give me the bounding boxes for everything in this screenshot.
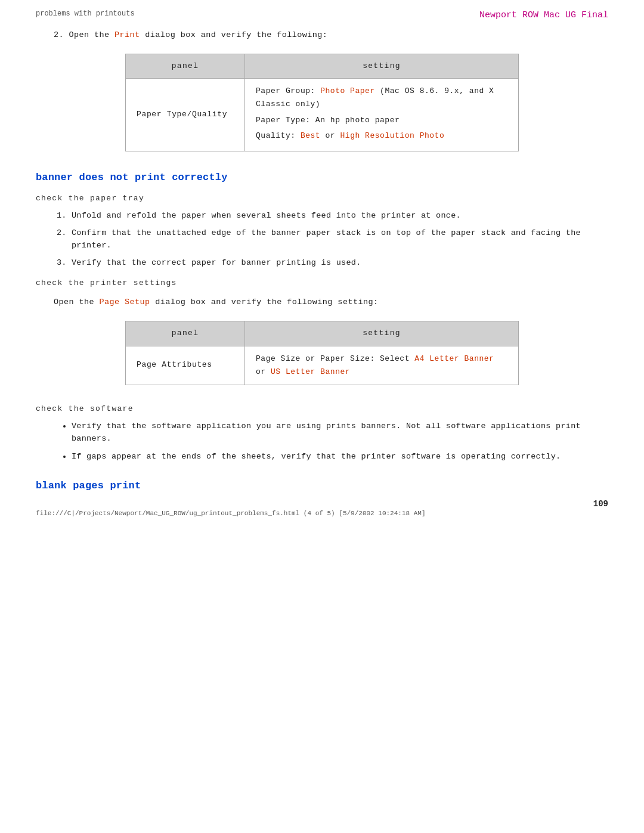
list-item: Confirm that the unattached edge of the … [72,227,608,252]
check-paper-tray-label: check the paper tray [36,193,608,205]
blank-pages-section-heading: blank pages print [36,478,608,494]
page-number: 109 [593,497,608,510]
table1-col2-header: setting [245,54,519,79]
check-software-label: check the software [36,403,608,416]
settings-table-2: panel setting Page Attributes Page Size … [125,321,519,385]
open-text-prefix: Open the [54,298,100,306]
table1-setting-content: Paper Group: Photo Paper (Mac OS 8.6. 9.… [256,85,507,142]
table2-col2-header: setting [245,321,519,346]
table2-cell-panel: Page Attributes [126,346,245,385]
open-text-suffix: dialog box and verify the following sett… [150,298,379,306]
paper-group-prefix: Paper Group: [256,86,320,95]
paper-type-text: Paper Type: An hp photo paper [256,116,400,125]
table1-col1-header: panel [126,54,245,79]
table1-header-row: panel setting [126,54,519,79]
best-link[interactable]: Best [301,131,320,140]
setting-line-2: Paper Type: An hp photo paper [256,114,507,127]
table2-row-1: Page Attributes Page Size or Paper Size:… [126,346,519,385]
a4-letter-link[interactable]: A4 Letter Banner [414,354,494,363]
print-link[interactable]: Print [114,30,140,39]
step2-suffix: dialog box and verify the following: [140,30,328,39]
quality-or: or [320,131,340,140]
table2-col1-header: panel [126,321,245,346]
settings-table-1: panel setting Paper Type/Quality Paper G… [125,54,519,151]
table1-cell-panel: Paper Type/Quality [126,79,245,151]
page-setup-instruction: Open the Page Setup dialog box and verif… [54,296,608,309]
page-size-prefix: Page Size or Paper Size: Select [256,354,414,363]
setting-line-3: Quality: Best or High Resolution Photo [256,129,507,143]
banner-section-heading: banner does not print correctly [36,169,608,185]
quality-prefix: Quality: [256,131,301,140]
page-setup-link[interactable]: Page Setup [100,298,150,306]
table1-row-1: Paper Type/Quality Paper Group: Photo Pa… [126,79,519,151]
bullet-item: If gaps appear at the ends of the sheets… [72,451,608,463]
software-bullet-list: Verify that the software application you… [72,420,608,464]
table2-setting-content: Page Size or Paper Size: Select A4 Lette… [256,352,507,379]
header-bar: problems with printouts Newport ROW Mac … [36,8,608,23]
table1-cell-setting: Paper Group: Photo Paper (Mac OS 8.6. 9.… [245,79,519,151]
list-item: Verify that the correct paper for banner… [72,257,608,270]
photo-paper-link[interactable]: Photo Paper [320,86,375,95]
footer-path: file:///C|/Projects/Newport/Mac_UG_ROW/u… [36,509,426,519]
step2-text: 2. Open the Print dialog box and verify … [54,29,608,42]
page-size-middle: or [256,367,271,376]
doc-title: Newport ROW Mac UG Final [479,8,608,23]
list-item: Unfold and refold the paper when several… [72,210,608,222]
bullet-item: Verify that the software application you… [72,420,608,445]
breadcrumb: problems with printouts [36,8,135,20]
table2-cell-setting: Page Size or Paper Size: Select A4 Lette… [245,346,519,385]
paper-tray-list: Unfold and refold the paper when several… [72,210,608,270]
high-resolution-link[interactable]: High Resolution Photo [340,131,445,140]
us-letter-link[interactable]: US Letter Banner [271,367,350,376]
check-printer-settings-label: check the printer settings [36,277,608,290]
table2-header-row: panel setting [126,321,519,346]
step2-prefix: 2. Open the [54,30,114,39]
setting-line-1: Paper Group: Photo Paper (Mac OS 8.6. 9.… [256,85,507,111]
